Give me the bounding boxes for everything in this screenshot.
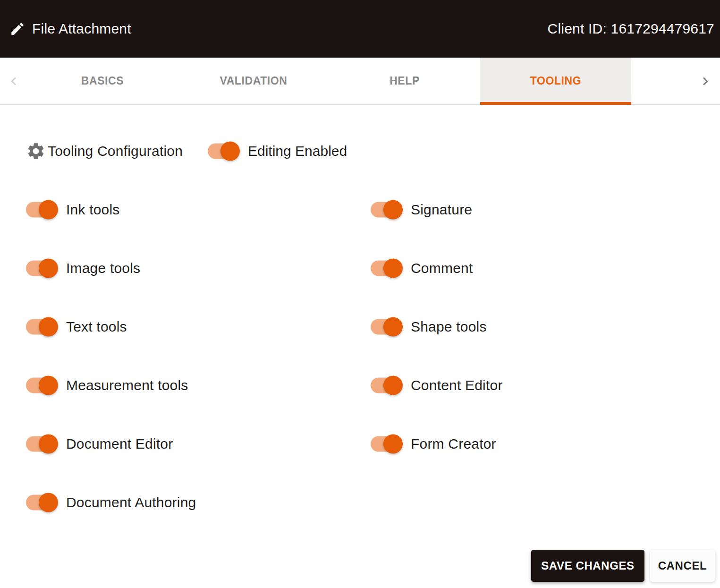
toggle-thumb bbox=[39, 200, 58, 220]
toggle-row-measurement-tools: Measurement tools bbox=[26, 375, 188, 396]
toggle-label: Text tools bbox=[66, 319, 127, 335]
toggle-label: Form Creator bbox=[411, 436, 496, 452]
toggle-thumb bbox=[220, 142, 240, 161]
toggle-thumb bbox=[383, 259, 403, 278]
toggle-thumb bbox=[39, 259, 58, 278]
section-title: Tooling Configuration bbox=[48, 143, 183, 159]
toggle-thumb bbox=[383, 376, 403, 395]
header-bar: File Attachment Client ID: 1617294479617 bbox=[0, 0, 720, 58]
tab-validation[interactable]: VALIDATION bbox=[178, 58, 329, 104]
client-id-text: Client ID: 1617294479617 bbox=[548, 21, 714, 37]
toggle-row-text-tools: Text tools bbox=[26, 316, 127, 337]
editing-enabled-toggle[interactable] bbox=[208, 141, 239, 161]
toggle-label: Document Authoring bbox=[66, 494, 196, 511]
toggle-row-form-creator: Form Creator bbox=[371, 434, 496, 454]
toggle-label: Signature bbox=[411, 202, 472, 218]
document-editor-toggle[interactable] bbox=[26, 434, 58, 454]
toggle-thumb bbox=[39, 493, 58, 512]
toggle-thumb bbox=[383, 317, 403, 337]
toggle-label: Comment bbox=[411, 260, 473, 276]
toggle-thumb bbox=[39, 435, 58, 454]
toggle-row-content-editor: Content Editor bbox=[371, 375, 503, 396]
gear-icon bbox=[26, 141, 46, 161]
tabs-scroll-left-button[interactable] bbox=[0, 58, 27, 104]
toggle-thumb bbox=[383, 200, 403, 220]
text-tools-toggle[interactable] bbox=[26, 317, 58, 337]
content-editor-toggle[interactable] bbox=[371, 375, 402, 395]
toggle-row-ink-tools: Ink tools bbox=[26, 199, 120, 220]
toggle-label: Ink tools bbox=[66, 202, 120, 218]
toggle-thumb bbox=[383, 435, 403, 454]
cancel-button[interactable]: CANCEL bbox=[650, 550, 715, 582]
toggle-thumb bbox=[39, 317, 58, 337]
toggle-row-document-editor: Document Editor bbox=[26, 434, 173, 454]
toggle-label: Content Editor bbox=[411, 377, 503, 393]
shape-tools-toggle[interactable] bbox=[371, 317, 402, 337]
measurement-tools-toggle[interactable] bbox=[26, 375, 58, 395]
chevron-left-icon bbox=[6, 73, 22, 89]
ink-tools-toggle[interactable] bbox=[26, 200, 58, 220]
toggle-row-comment: Comment bbox=[371, 258, 473, 279]
toggle-label: Image tools bbox=[66, 260, 140, 276]
editing-enabled-label: Editing Enabled bbox=[248, 141, 347, 162]
tab-tooling[interactable]: TOOLING bbox=[480, 58, 631, 104]
toggle-row-image-tools: Image tools bbox=[26, 258, 140, 279]
pencil-icon bbox=[9, 21, 25, 37]
toggle-label: Measurement tools bbox=[66, 377, 188, 393]
tooling-configuration-header: Tooling Configuration bbox=[26, 141, 183, 162]
signature-toggle[interactable] bbox=[371, 200, 402, 220]
toggle-row-shape-tools: Shape tools bbox=[371, 316, 487, 337]
save-changes-button[interactable]: SAVE CHANGES bbox=[531, 550, 644, 582]
tab-bar: BASICS VALIDATION HELP TOOLING bbox=[0, 58, 720, 105]
chevron-right-icon bbox=[697, 73, 713, 89]
form-creator-toggle[interactable] bbox=[371, 434, 402, 454]
comment-toggle[interactable] bbox=[371, 258, 402, 278]
tabs-scroll-right-button[interactable] bbox=[631, 58, 720, 104]
file-attachment-dialog: File Attachment Client ID: 1617294479617… bbox=[0, 0, 720, 588]
tab-basics[interactable]: BASICS bbox=[27, 58, 178, 104]
toggle-label: Shape tools bbox=[411, 319, 487, 335]
toggle-label: Document Editor bbox=[66, 436, 173, 452]
toggle-row-document-authoring: Document Authoring bbox=[26, 492, 196, 513]
tab-help[interactable]: HELP bbox=[329, 58, 480, 104]
toggle-thumb bbox=[39, 376, 58, 395]
document-authoring-toggle[interactable] bbox=[26, 493, 58, 512]
toggle-row-signature: Signature bbox=[371, 199, 472, 220]
page-title: File Attachment bbox=[32, 21, 131, 37]
image-tools-toggle[interactable] bbox=[26, 258, 58, 278]
